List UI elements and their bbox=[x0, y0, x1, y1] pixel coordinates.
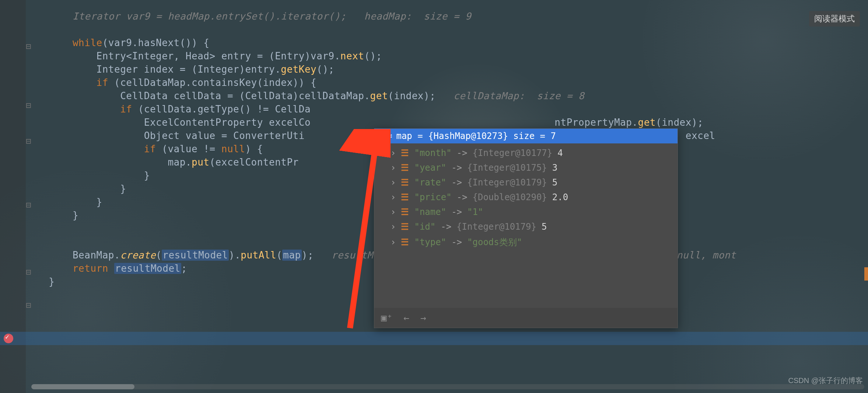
map-entry-icon: ☰ bbox=[401, 237, 409, 247]
map-entry-icon: ☰ bbox=[401, 177, 409, 188]
debugger-variable-popup[interactable]: ⌄ ፨ map = {HashMap@10273} size = 7 ›☰"mo… bbox=[374, 128, 678, 328]
fold-marker[interactable]: ⊟ bbox=[26, 299, 31, 312]
horizontal-scrollbar[interactable] bbox=[31, 384, 864, 389]
chevron-right-icon[interactable]: › bbox=[391, 148, 396, 158]
execution-line-highlight bbox=[0, 332, 868, 345]
popup-body: ›☰"month" -> {Integer@10177} 4›☰"year" -… bbox=[374, 143, 678, 253]
chevron-right-icon[interactable]: › bbox=[391, 222, 396, 232]
map-entry[interactable]: ›☰"rate" -> {Integer@10179} 5 bbox=[376, 175, 676, 190]
map-entry[interactable]: ›☰"type" -> "goods类别" bbox=[376, 234, 676, 250]
fold-marker[interactable]: ⊟ bbox=[26, 40, 31, 53]
popup-toolbar: ▣⁺ ← → bbox=[374, 308, 678, 328]
map-entry[interactable]: ›☰"id" -> {Integer@10179} 5 bbox=[376, 219, 676, 234]
chevron-down-icon[interactable]: ⌄ bbox=[377, 131, 382, 141]
map-entry-icon: ☰ bbox=[401, 222, 409, 232]
nav-back-icon[interactable]: ← bbox=[403, 312, 409, 323]
watermark: CSDN @张子行的博客 bbox=[788, 376, 863, 386]
chevron-right-icon[interactable]: › bbox=[391, 192, 396, 202]
fold-marker[interactable]: ⊟ bbox=[26, 99, 31, 112]
new-watch-icon[interactable]: ▣⁺ bbox=[381, 312, 392, 323]
glasses-icon: ፨ bbox=[386, 131, 392, 141]
map-entry-icon: ☰ bbox=[401, 192, 409, 202]
map-entry[interactable]: ›☰"month" -> {Integer@10177} 4 bbox=[376, 146, 676, 160]
popup-header[interactable]: ⌄ ፨ map = {HashMap@10273} size = 7 bbox=[374, 129, 678, 143]
scrollbar-thumb[interactable] bbox=[31, 384, 134, 389]
chevron-right-icon[interactable]: › bbox=[391, 177, 396, 188]
breakpoint-icon[interactable] bbox=[4, 334, 13, 343]
map-entry[interactable]: ›☰"name" -> "1" bbox=[376, 205, 676, 219]
map-entry-icon: ☰ bbox=[401, 207, 409, 217]
map-entry[interactable]: ›☰"year" -> {Integer@10175} 3 bbox=[376, 160, 676, 175]
chevron-right-icon[interactable]: › bbox=[391, 237, 396, 247]
fold-marker[interactable]: ⊟ bbox=[26, 135, 31, 148]
fold-marker[interactable]: ⊟ bbox=[26, 198, 31, 212]
nav-forward-icon[interactable]: → bbox=[420, 312, 426, 323]
fold-marker[interactable]: ⊟ bbox=[26, 265, 31, 279]
map-entry-icon: ☰ bbox=[401, 148, 409, 158]
chevron-right-icon[interactable]: › bbox=[391, 163, 396, 173]
map-entry-icon: ☰ bbox=[401, 163, 409, 173]
map-entry[interactable]: ›☰"price" -> {Double@10290} 2.0 bbox=[376, 190, 676, 205]
popup-title: map = {HashMap@10273} size = 7 bbox=[396, 131, 556, 141]
chevron-right-icon[interactable]: › bbox=[391, 207, 396, 217]
